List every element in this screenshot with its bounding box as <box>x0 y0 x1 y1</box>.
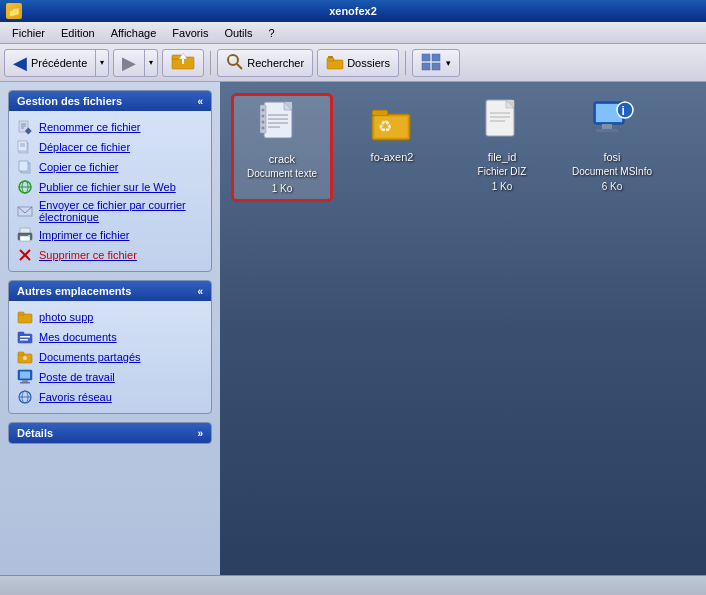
back-arrow-icon: ◀ <box>13 52 27 74</box>
search-button[interactable]: Rechercher <box>217 49 313 77</box>
move-icon <box>17 139 33 155</box>
sidebar-places-collapse-icon[interactable]: « <box>197 286 203 297</box>
file-id-name: file_id <box>488 151 517 163</box>
fosi-name: fosi <box>603 151 620 163</box>
sidebar-link-publish[interactable]: Publier ce fichier sur le Web <box>13 177 207 197</box>
sidebar-files-header: Gestion des fichiers « <box>9 91 211 111</box>
sidebar-link-email[interactable]: Envoyer ce fichier par courrier électron… <box>13 197 207 225</box>
crack-file-name: crack <box>269 153 295 165</box>
menu-affichage[interactable]: Affichage <box>103 25 165 41</box>
search-label: Rechercher <box>247 57 304 69</box>
forward-button-main[interactable]: ▶ <box>114 49 144 77</box>
sidebar-link-rename[interactable]: Renommer ce fichier <box>13 117 207 137</box>
menu-favoris[interactable]: Favoris <box>164 25 216 41</box>
menu-outils[interactable]: Outils <box>216 25 260 41</box>
sidebar-link-mydocs[interactable]: Mes documents <box>13 327 207 347</box>
rename-icon <box>17 119 33 135</box>
sidebar-files-title: Gestion des fichiers <box>17 95 122 107</box>
svg-rect-10 <box>422 54 430 61</box>
folders-icon <box>326 54 344 72</box>
file-item-file-id[interactable]: file_id Fichier DIZ 1 Ko <box>452 94 552 201</box>
back-dropdown-arrow[interactable]: ▾ <box>95 50 108 76</box>
sidebar-link-workstation[interactable]: Poste de travail <box>13 367 207 387</box>
email-label: Envoyer ce fichier par courrier électron… <box>39 199 203 223</box>
sidebar-details-collapse-icon[interactable]: » <box>197 428 203 439</box>
menu-bar: Fichier Edition Affichage Favoris Outils… <box>0 22 706 44</box>
svg-text:♻: ♻ <box>378 118 392 135</box>
svg-rect-9 <box>328 56 333 58</box>
view-button[interactable]: ▾ <box>412 49 460 77</box>
fo-axen2-icon: ♻ <box>368 98 416 146</box>
toolbar: ◀ Précédente ▾ ▶ ▾ <box>0 44 706 82</box>
svg-rect-8 <box>327 58 334 61</box>
sidebar-section-details: Détails » <box>8 422 212 444</box>
sidebar-files-collapse-icon[interactable]: « <box>197 96 203 107</box>
sidebar-files-body: Renommer ce fichier Déplacer ce fichier <box>9 111 211 271</box>
svg-rect-47 <box>20 382 30 384</box>
svg-point-6 <box>229 56 233 60</box>
file-item-fo-axen2[interactable]: ♻ fo-axen2 <box>342 94 442 201</box>
workstation-icon <box>17 369 33 385</box>
print-icon <box>17 227 33 243</box>
folder-up-icon <box>171 50 195 75</box>
sidebar-link-photo[interactable]: photo supp <box>13 307 207 327</box>
menu-fichier[interactable]: Fichier <box>4 25 53 41</box>
photo-label: photo supp <box>39 311 93 323</box>
forward-dropdown-arrow[interactable]: ▾ <box>144 50 157 76</box>
back-label: Précédente <box>31 57 87 69</box>
sidebar-link-copy[interactable]: Copier ce fichier <box>13 157 207 177</box>
file-area: crack Document texte 1 Ko ♻ fo-axen2 <box>220 82 706 575</box>
svg-rect-7 <box>327 60 343 69</box>
publish-label: Publier ce fichier sur le Web <box>39 181 176 193</box>
svg-rect-24 <box>19 161 28 171</box>
svg-rect-37 <box>18 334 32 343</box>
folders-button[interactable]: Dossiers <box>317 49 399 77</box>
svg-line-5 <box>237 64 242 69</box>
fosi-size: 6 Ko <box>602 181 623 192</box>
file-item-crack[interactable]: crack Document texte 1 Ko <box>232 94 332 201</box>
sidebar-link-network[interactable]: Favoris réseau <box>13 387 207 407</box>
svg-rect-36 <box>18 312 24 315</box>
svg-rect-76 <box>596 129 618 132</box>
sidebar-link-delete[interactable]: Supprimer ce fichier <box>13 245 207 265</box>
folder-up-button[interactable] <box>162 49 204 77</box>
file-id-icon <box>478 98 526 146</box>
crack-file-size: 1 Ko <box>272 183 293 194</box>
sidebar-link-move[interactable]: Déplacer ce fichier <box>13 137 207 157</box>
crack-file-type: Document texte <box>247 168 317 179</box>
mydocs-label: Mes documents <box>39 331 117 343</box>
svg-rect-39 <box>20 336 30 338</box>
menu-help[interactable]: ? <box>261 25 283 41</box>
sidebar-details-header: Détails » <box>9 423 211 443</box>
status-bar <box>0 575 706 595</box>
shared-label: Documents partagés <box>39 351 141 363</box>
sidebar-section-places: Autres emplacements « photo supp <box>8 280 212 414</box>
back-button[interactable]: ◀ Précédente ▾ <box>4 49 109 77</box>
view-dropdown-arrow: ▾ <box>446 58 451 68</box>
svg-rect-13 <box>432 63 440 70</box>
toolbar-sep-1 <box>210 51 211 75</box>
workstation-label: Poste de travail <box>39 371 115 383</box>
copy-icon <box>17 159 33 175</box>
forward-button[interactable]: ▶ ▾ <box>113 49 158 77</box>
svg-rect-12 <box>422 63 430 70</box>
app-icon: 📁 <box>6 3 22 19</box>
move-label: Déplacer ce fichier <box>39 141 130 153</box>
menu-edition[interactable]: Edition <box>53 25 103 41</box>
file-item-fosi[interactable]: i fosi Document MSInfo 6 Ko <box>562 94 662 201</box>
svg-point-61 <box>262 121 265 124</box>
svg-rect-38 <box>18 332 24 335</box>
svg-rect-3 <box>182 59 184 64</box>
svg-point-59 <box>262 109 265 112</box>
window-title: xenofex2 <box>329 5 377 17</box>
back-button-main[interactable]: ◀ Précédente <box>5 49 95 77</box>
svg-rect-46 <box>22 380 28 382</box>
print-label: Imprimer ce fichier <box>39 229 129 241</box>
delete-label: Supprimer ce fichier <box>39 249 137 261</box>
sidebar-link-print[interactable]: Imprimer ce fichier <box>13 225 207 245</box>
delete-icon <box>17 247 33 263</box>
title-bar: 📁 xenofex2 <box>0 0 706 22</box>
sidebar-link-shared[interactable]: Documents partagés <box>13 347 207 367</box>
svg-rect-42 <box>18 352 24 355</box>
main-container: Gestion des fichiers « Renommer ce f <box>0 82 706 575</box>
